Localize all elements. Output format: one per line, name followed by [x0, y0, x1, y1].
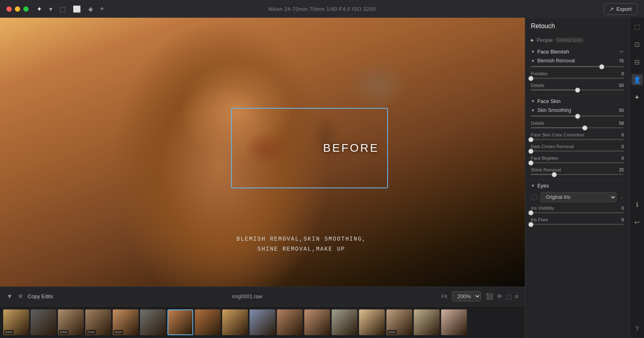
filmstrip-thumb-4[interactable]: RAW: [85, 309, 111, 335]
mask-icon[interactable]: ◈: [87, 4, 95, 14]
star-tool-icon[interactable]: ✦: [35, 4, 43, 14]
filmstrip-thumb-7[interactable]: [167, 309, 193, 335]
filmstrip-thumb-11[interactable]: [277, 309, 303, 335]
filmstrip-thumb-16[interactable]: [414, 309, 440, 335]
shine-removal-label: Shine Removal: [531, 167, 561, 172]
filmstrip-thumb-1[interactable]: RAW: [3, 309, 29, 335]
dark-circles-thumb[interactable]: [528, 148, 534, 154]
close-edit-button[interactable]: ✕: [18, 293, 23, 300]
iris-icon: [531, 194, 537, 200]
people-section[interactable]: ▶ People Coming Soon: [531, 37, 624, 43]
compare-button[interactable]: ⬚: [506, 293, 512, 300]
shine-removal-track[interactable]: [531, 174, 624, 175]
plus-icon-button[interactable]: +: [632, 92, 643, 103]
face-skin-color-thumb[interactable]: [528, 137, 534, 142]
blemish-details-track[interactable]: [531, 89, 624, 91]
down-arrow-button[interactable]: ▼: [6, 293, 13, 300]
shine-removal-thumb[interactable]: [551, 172, 557, 177]
skin-details-thumb[interactable]: [582, 125, 587, 130]
skin-smoothing-track[interactable]: [531, 115, 624, 117]
undo-icon-button[interactable]: ↩: [632, 216, 643, 228]
filmstrip-thumb-3[interactable]: RAW: [58, 309, 84, 335]
skin-details-value: 58: [614, 121, 624, 126]
zoom-select[interactable]: 200% 100% 50% Fit: [452, 291, 481, 301]
caption-text: BLEMISH REMOVAL,SKIN SMOOTHING, SHINE RE…: [237, 234, 366, 254]
minimize-button[interactable]: [15, 6, 20, 12]
panel-title: Retouch: [531, 23, 624, 31]
filmstrip-thumb-5[interactable]: RAW: [113, 309, 138, 335]
adjust-icon-button[interactable]: ⊟: [632, 56, 643, 68]
filmstrip-thumb-13[interactable]: [332, 309, 357, 335]
maximize-button[interactable]: [23, 6, 29, 12]
face-brighten-track[interactable]: [531, 162, 624, 163]
grid-view-icon-button[interactable]: ⬚: [632, 21, 643, 32]
blemish-removal-track[interactable]: [531, 66, 624, 67]
face-blemish-edit-icon[interactable]: ✏: [619, 49, 624, 55]
filmstrip-thumb-14[interactable]: [359, 309, 385, 335]
library-icon[interactable]: ⬚: [58, 4, 67, 14]
filmstrip-thumb-9[interactable]: [222, 309, 248, 335]
develop-icon[interactable]: ⬜: [71, 4, 83, 14]
copy-edits-button[interactable]: Copy Edits: [28, 293, 53, 299]
photo-container[interactable]: BEFORE BLEMISH REMOVAL,SKIN SMOOTHING, S…: [0, 18, 525, 286]
face-brighten-thumb[interactable]: [528, 160, 534, 165]
blemish-details-label: Details: [531, 83, 545, 88]
shine-removal-group: Shine Removal 25: [531, 167, 624, 175]
face-brighten-group: Face Brighten 0: [531, 156, 624, 163]
help-icon-button[interactable]: ?: [632, 324, 643, 335]
filmstrip-thumb-6[interactable]: [140, 309, 166, 335]
filmstrip-thumb-2[interactable]: [31, 309, 56, 335]
skin-smoothing-thumb[interactable]: [575, 113, 580, 119]
blemish-removal-thumb[interactable]: [599, 64, 604, 69]
right-panel-wrapper: Retouch ▶ People Coming Soon ▼ Face Blem…: [525, 18, 644, 338]
skin-details-group: Details 58: [531, 121, 624, 128]
sort-button[interactable]: ≡: [515, 293, 518, 300]
retouch-icon-button[interactable]: 👤: [632, 74, 643, 85]
info-icon-button[interactable]: ℹ: [632, 199, 643, 210]
freckles-thumb[interactable]: [528, 76, 534, 81]
eye-button[interactable]: 👁: [497, 293, 503, 300]
people-label: People: [537, 37, 553, 43]
close-button[interactable]: [6, 6, 12, 12]
blemish-removal-subheader[interactable]: ▼ Blemish Removal 76: [531, 58, 624, 64]
eyes-section: ▼ Eyes Original Iris ⌄: [531, 183, 624, 225]
blemish-area: [232, 109, 317, 188]
face-blemish-header[interactable]: ▼ Face Blemish ✏: [531, 49, 624, 55]
face-blemish-title-row: ▼ Face Blemish: [531, 49, 569, 55]
fit-button[interactable]: Fit: [442, 293, 447, 299]
shine-removal-value: 25: [614, 167, 624, 172]
export-icon: ↗: [609, 6, 614, 12]
iris-flare-thumb[interactable]: [528, 222, 534, 227]
freckles-group: Freckles 0: [531, 71, 624, 79]
blemish-removal-value: 76: [614, 58, 624, 63]
iris-flare-track[interactable]: [531, 224, 624, 225]
eyes-header[interactable]: ▼ Eyes: [531, 183, 624, 189]
filmstrip-thumb-8[interactable]: [195, 309, 221, 335]
face-skin-color-track[interactable]: [531, 139, 624, 140]
eyes-title: Eyes: [537, 183, 549, 189]
iris-select[interactable]: Original Iris: [541, 192, 617, 202]
dark-circles-track[interactable]: [531, 150, 624, 152]
crop-sidebar-icon-button[interactable]: ⊡: [632, 39, 643, 50]
iris-visibility-track[interactable]: [531, 212, 624, 213]
blemish-removal-group: ▼ Blemish Removal 76: [531, 58, 624, 67]
face-skin-color-row: Face Skin Color Correction 0: [531, 132, 624, 137]
freckles-track[interactable]: [531, 78, 624, 79]
skin-details-track[interactable]: [531, 127, 624, 128]
filmstrip-thumb-15[interactable]: RAW: [386, 309, 412, 335]
blemish-details-thumb[interactable]: [575, 87, 580, 93]
iris-visibility-thumb[interactable]: [528, 210, 534, 215]
filmstrip-thumb-17[interactable]: [441, 309, 467, 335]
photo-background: BEFORE BLEMISH REMOVAL,SKIN SMOOTHING, S…: [0, 18, 525, 286]
face-blemish-section: ▼ Face Blemish ✏ ▼ Blemish Removal 76: [531, 49, 624, 91]
export-button[interactable]: ↗ Export: [603, 3, 638, 15]
filmstrip-thumb-10[interactable]: [250, 309, 275, 335]
crop-icon[interactable]: ⌖: [99, 4, 105, 14]
filmstrip-thumb-12[interactable]: [304, 309, 330, 335]
skin-smoothing-subheader[interactable]: ▼ Skin Smoothing 50: [531, 107, 624, 113]
face-skin-header[interactable]: ▼ Face Skin: [531, 98, 624, 104]
dropdown-tool-icon[interactable]: ▾: [47, 4, 54, 14]
dark-circles-group: Dark Circles Removal 0: [531, 144, 624, 152]
split-view-button[interactable]: ⬛: [486, 293, 493, 300]
canvas-area: BEFORE BLEMISH REMOVAL,SKIN SMOOTHING, S…: [0, 18, 525, 338]
